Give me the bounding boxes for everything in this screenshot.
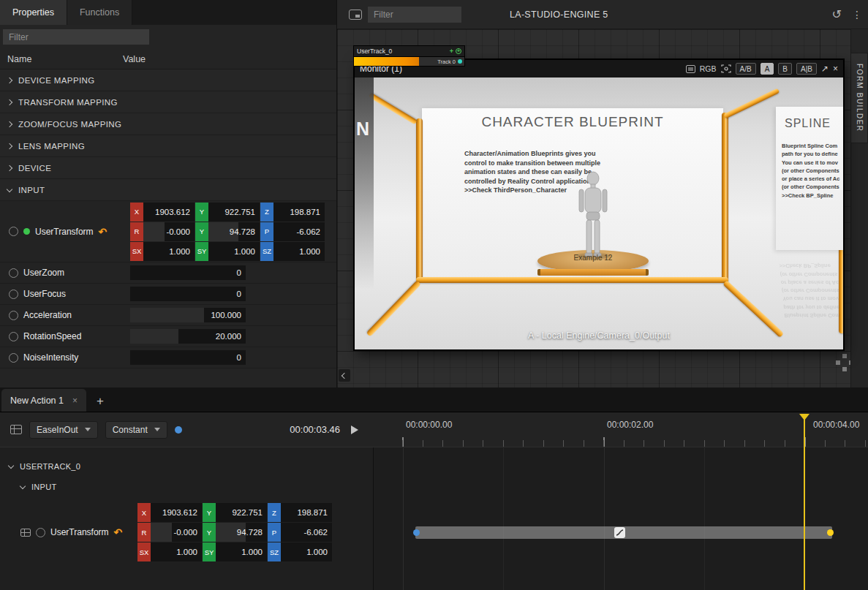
ease-curve-icon[interactable]: [614, 527, 625, 538]
chevron-right-icon: [7, 77, 12, 83]
app-window: Properties Functions Name Value DEVICE M…: [0, 0, 868, 590]
timeline-ruler[interactable]: 00:00:00.00 00:00:02.00 00:00:04.00: [373, 412, 868, 447]
close-icon[interactable]: ×: [72, 396, 78, 406]
transform-z-field[interactable]: Z198.871: [260, 203, 325, 222]
graph-filter-input[interactable]: [368, 7, 461, 23]
section-label: DEVICE MAPPING: [18, 76, 95, 85]
radio-icon[interactable]: [36, 528, 45, 537]
section-zoom-focus-mapping[interactable]: ZOOM/FOCUS MAPPING: [0, 113, 336, 135]
section-transform-mapping[interactable]: TRANSFORM MAPPING: [0, 91, 336, 113]
radio-icon[interactable]: [9, 353, 18, 363]
section-device-mapping[interactable]: DEVICE MAPPING: [0, 69, 336, 91]
transform-y-field[interactable]: Y922.751: [195, 203, 260, 222]
add-icon[interactable]: +: [450, 48, 453, 55]
floor-reflection-text: Blueprint Spline Com path for you to def…: [779, 262, 843, 319]
radio-icon[interactable]: [9, 332, 18, 341]
play-button[interactable]: [351, 426, 358, 434]
radio-icon[interactable]: [9, 290, 18, 299]
tab-properties[interactable]: Properties: [0, 0, 67, 25]
mannequin-figure: [571, 171, 615, 260]
reset-icon[interactable]: ↶: [99, 227, 107, 237]
timeline-content: USERTRACK_0 INPUT UserTransform ↶ X1903.…: [0, 447, 868, 590]
property-row-usertransform: UserTransform ↶ X1903.612 Y922.751 Z198.…: [0, 201, 336, 262]
interpolation-dropdown[interactable]: Constant: [105, 421, 167, 439]
noiseintensity-field[interactable]: 0: [130, 350, 246, 365]
close-icon[interactable]: ×: [833, 64, 838, 73]
properties-tab-bar: Properties Functions: [0, 0, 336, 25]
section-label: INPUT: [18, 186, 45, 194]
add-circle-icon[interactable]: +: [456, 48, 461, 54]
property-row-userzoom: UserZoom 0: [0, 262, 336, 284]
playhead[interactable]: [804, 414, 805, 590]
collapse-left-panel-button[interactable]: [339, 369, 350, 382]
section-label: DEVICE: [18, 164, 51, 173]
property-name: Acceleration: [23, 310, 72, 320]
track-options-icon[interactable]: [10, 425, 22, 434]
transform-roll-field[interactable]: R-0.000: [137, 523, 202, 542]
keyframe-color-dot[interactable]: [175, 426, 182, 434]
transform-sz-field[interactable]: SZ1.000: [260, 242, 325, 261]
playhead-handle[interactable]: [799, 414, 809, 420]
transform-yaw-field[interactable]: Y94.728: [195, 222, 260, 241]
focus-icon[interactable]: [721, 64, 731, 73]
keyframe-track-bar[interactable]: [415, 526, 832, 539]
easing-value: EaseInOut: [37, 425, 78, 435]
axis-z-label: Z: [260, 203, 273, 222]
section-lens-mapping[interactable]: LENS MAPPING: [0, 135, 336, 157]
history-icon[interactable]: ↺: [832, 7, 842, 21]
columns-header: Name Value: [0, 49, 336, 69]
transform-sy-field[interactable]: SY1.000: [203, 542, 267, 561]
userfocus-field[interactable]: 0: [130, 287, 246, 301]
radio-icon[interactable]: [9, 227, 18, 236]
output-pin-icon[interactable]: [458, 59, 462, 64]
ruler-label-2: 00:00:04.00: [813, 420, 859, 430]
node-graph-panel[interactable]: LA-STUDIO-ENGINE 5 ↺ ⋮ FORM BUILDER Us: [337, 0, 868, 387]
ab-compare-button[interactable]: A/B: [736, 63, 756, 75]
ab-split-button[interactable]: A|B: [796, 63, 817, 75]
userzoom-field[interactable]: 0: [130, 265, 246, 280]
add-tab-button[interactable]: +: [97, 394, 104, 412]
properties-filter-input[interactable]: [3, 29, 149, 45]
transform-roll-field[interactable]: R-0.000: [130, 222, 195, 241]
axis-p-label: P: [260, 222, 273, 241]
property-row-userfocus: UserFocus 0: [0, 284, 336, 305]
radio-icon[interactable]: [9, 268, 18, 278]
transform-y-field[interactable]: Y922.751: [203, 503, 267, 522]
tab-functions[interactable]: Functions: [67, 0, 132, 25]
rotationspeed-field[interactable]: 20.000: [130, 329, 246, 344]
section-device[interactable]: DEVICE: [0, 157, 336, 179]
transform-sx-field[interactable]: SX1.000: [130, 242, 195, 261]
transform-pitch-field[interactable]: P-6.062: [260, 222, 325, 241]
pop-out-icon[interactable]: ↗: [821, 64, 829, 73]
track-grid-icon[interactable]: [20, 529, 31, 537]
keyframe-end-dot[interactable]: [827, 529, 834, 536]
menu-kebab-icon[interactable]: ⋮: [852, 9, 862, 20]
transform-yaw-field[interactable]: Y94.728: [203, 523, 267, 542]
monitor-viewport[interactable]: N CHARACTER BLUEPRINT Character/Animatio…: [355, 77, 843, 349]
section-input[interactable]: INPUT: [0, 179, 336, 201]
channel-b-button[interactable]: B: [778, 63, 792, 75]
transform-z-field[interactable]: Z198.871: [268, 503, 332, 522]
form-builder-tab[interactable]: FORM BUILDER: [850, 53, 868, 143]
transform-pitch-field[interactable]: P-6.062: [268, 523, 332, 542]
transform-x-field[interactable]: X1903.612: [137, 503, 202, 522]
usertrack-node[interactable]: UserTrack_0 + + Track 0: [353, 45, 465, 67]
acceleration-field[interactable]: 100.000: [130, 308, 246, 322]
transform-sz-field[interactable]: SZ1.000: [268, 542, 332, 561]
reset-icon[interactable]: ↶: [114, 527, 123, 537]
easing-dropdown[interactable]: EaseInOut: [29, 421, 98, 439]
ruler-label-0: 00:00:00.00: [406, 420, 452, 430]
tab-new-action-1[interactable]: New Action 1 ×: [1, 389, 86, 412]
radio-icon[interactable]: [9, 311, 18, 320]
ruler-minor-ticks: [402, 440, 868, 447]
transform-sy-field[interactable]: SY1.000: [195, 242, 260, 261]
transform-x-field[interactable]: X1903.612: [130, 203, 195, 222]
monitor-window: Monitor (1) RGB A/B A B A|B ↗ ×: [353, 58, 845, 351]
form-builder-label: FORM BUILDER: [856, 64, 864, 132]
keyframe-start-dot[interactable]: [413, 529, 420, 536]
rgb-mode-icon[interactable]: [686, 65, 695, 73]
stage-tube-top-right: [723, 88, 780, 118]
node-title-label: UserTrack_0: [357, 48, 392, 55]
channel-a-button[interactable]: A: [761, 63, 774, 75]
transform-sx-field[interactable]: SX1.000: [137, 542, 202, 561]
